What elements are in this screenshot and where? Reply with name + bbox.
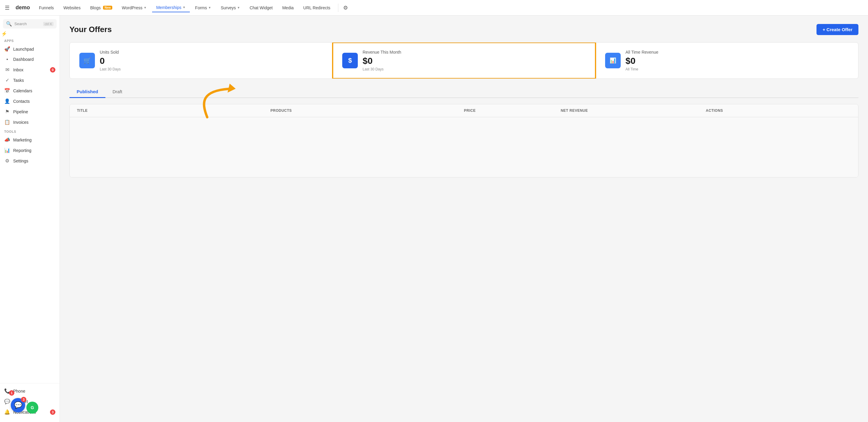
revenue-month-icon: $ — [342, 53, 358, 68]
revenue-month-label: Revenue This Month — [363, 50, 401, 55]
sidebar-item-settings[interactable]: ⚙ Settings — [0, 156, 60, 166]
contacts-icon: 👤 — [4, 98, 10, 104]
units-sold-sub: Last 30 Days — [100, 67, 121, 71]
surveys-chevron: ▼ — [237, 6, 240, 9]
notifications-badge: 3 — [50, 410, 55, 415]
support-icon: 💬 — [4, 399, 10, 404]
inbox-label: Inbox — [13, 67, 47, 72]
body-layout: 🔍 Search ctrl K ⚡ Apps 🚀 Launchpad ▪ Das… — [0, 16, 868, 422]
sidebar-item-tasks[interactable]: ✓ Tasks — [0, 75, 60, 85]
stat-card-revenue-month: $ Revenue This Month $0 Last 30 Days — [333, 43, 595, 79]
sidebar-bottom: 📞 Phone 💬 Support 🔔 Notifications 3 — [0, 383, 60, 420]
pipeline-icon: ⚑ — [4, 109, 10, 114]
page-title: Your Offers — [69, 25, 112, 34]
all-time-info: All Time Revenue $0 All Time — [625, 50, 658, 71]
sidebar-search[interactable]: 🔍 Search ctrl K — [3, 19, 57, 28]
settings-gear-icon[interactable]: ⚙ — [343, 4, 348, 11]
invoices-icon: 📋 — [4, 119, 10, 125]
nav-divider — [338, 4, 338, 12]
all-time-value: $0 — [625, 56, 658, 66]
revenue-month-value: $0 — [363, 56, 401, 66]
nav-item-forms[interactable]: Forms ▼ — [191, 4, 216, 12]
tab-draft[interactable]: Draft — [105, 86, 130, 98]
sidebar-item-inbox[interactable]: ✉ Inbox 0 — [0, 64, 60, 75]
app-logo: demo — [16, 4, 30, 11]
nav-item-url-redirects[interactable]: URL Redirects — [299, 4, 335, 12]
contacts-label: Contacts — [13, 99, 55, 104]
main-content: Your Offers + Create Offer 🛒 Units Sold … — [60, 16, 868, 422]
stats-row: 🛒 Units Sold 0 Last 30 Days $ Revenue Th… — [69, 42, 859, 79]
tools-section-label: Tools — [0, 128, 60, 135]
chat-widget-button[interactable]: 💬 3 — [11, 398, 25, 413]
phone-label: Phone — [13, 389, 55, 394]
table-header: TITLE PRODUCTS PRICE NET REVENUE ACTIONS — [70, 104, 858, 117]
units-sold-info: Units Sold 0 Last 30 Days — [100, 50, 121, 71]
launchpad-icon: 🚀 — [4, 46, 10, 52]
col-net-revenue: NET REVENUE — [561, 109, 706, 113]
sidebar-item-launchpad[interactable]: 🚀 Launchpad — [0, 44, 60, 54]
sidebar-item-phone[interactable]: 📞 Phone — [0, 386, 60, 396]
tabs: Published Draft — [69, 86, 859, 98]
pipeline-label: Pipeline — [13, 109, 55, 114]
blogs-new-badge: New — [103, 6, 112, 9]
settings-icon: ⚙ — [4, 158, 10, 164]
launchpad-label: Launchpad — [13, 47, 55, 52]
sidebar-item-pipeline[interactable]: ⚑ Pipeline — [0, 106, 60, 117]
nav-item-websites[interactable]: Websites — [59, 4, 85, 12]
all-time-sub: All Time — [625, 67, 658, 71]
settings-label: Settings — [13, 159, 55, 163]
tasks-icon: ✓ — [4, 77, 10, 83]
search-shortcut: ctrl K — [43, 22, 54, 26]
inbox-badge: 0 — [50, 67, 55, 73]
col-price: PRICE — [464, 109, 561, 113]
revenue-month-info: Revenue This Month $0 Last 30 Days — [363, 50, 401, 71]
wordpress-chevron: ▼ — [144, 6, 147, 9]
nav-item-memberships[interactable]: Memberships ▼ — [152, 3, 190, 12]
chat-badge: 3 — [21, 397, 26, 402]
invoices-label: Invoices — [13, 120, 55, 125]
offers-table: TITLE PRODUCTS PRICE NET REVENUE ACTIONS — [69, 104, 859, 177]
top-nav: ☰ demo Funnels Websites Blogs New WordPr… — [0, 0, 868, 16]
sidebar-item-contacts[interactable]: 👤 Contacts — [0, 96, 60, 106]
dashboard-label: Dashboard — [13, 57, 55, 62]
user-avatar[interactable]: G — [26, 402, 38, 414]
col-actions: ACTIONS — [706, 109, 851, 113]
inbox-icon: ✉ — [4, 67, 10, 73]
revenue-month-sub: Last 30 Days — [363, 67, 401, 71]
nav-item-surveys[interactable]: Surveys ▼ — [216, 4, 244, 12]
col-title: TITLE — [77, 109, 270, 113]
dashboard-icon: ▪ — [4, 57, 10, 62]
sidebar-item-invoices[interactable]: 📋 Invoices — [0, 117, 60, 128]
col-products: PRODUCTS — [270, 109, 464, 113]
hamburger-icon[interactable]: ☰ — [5, 4, 9, 11]
nav-item-blogs[interactable]: Blogs New — [86, 4, 117, 12]
nav-item-wordpress[interactable]: WordPress ▼ — [118, 4, 151, 12]
units-sold-value: 0 — [100, 56, 121, 66]
stat-card-all-time: 📊 All Time Revenue $0 All Time — [595, 43, 858, 79]
tasks-label: Tasks — [13, 78, 55, 83]
nav-item-media[interactable]: Media — [278, 4, 298, 12]
forms-chevron: ▼ — [208, 6, 211, 9]
bolt-icon[interactable]: ⚡ — [1, 31, 60, 36]
search-icon: 🔍 — [6, 21, 12, 27]
notifications-icon: 🔔 — [4, 409, 10, 415]
memberships-chevron: ▼ — [183, 6, 186, 9]
tab-published[interactable]: Published — [69, 86, 105, 98]
create-offer-button[interactable]: + Create Offer — [816, 24, 859, 35]
units-sold-icon: 🛒 — [79, 53, 95, 68]
all-time-label: All Time Revenue — [625, 50, 658, 55]
sidebar: 🔍 Search ctrl K ⚡ Apps 🚀 Launchpad ▪ Das… — [0, 16, 60, 422]
sidebar-item-calendars[interactable]: 📅 Calendars — [0, 85, 60, 96]
calendars-label: Calendars — [13, 88, 55, 93]
sidebar-item-reporting[interactable]: 📊 Reporting — [0, 145, 60, 156]
apps-section-label: Apps — [0, 36, 60, 44]
table-body — [70, 117, 858, 177]
reporting-icon: 📊 — [4, 147, 10, 153]
nav-item-chat-widget[interactable]: Chat Widget — [246, 4, 277, 12]
sidebar-item-marketing[interactable]: 📣 Marketing — [0, 135, 60, 145]
calendars-icon: 📅 — [4, 88, 10, 93]
nav-item-funnels[interactable]: Funnels — [35, 4, 58, 12]
sidebar-notification-badge: 1 — [9, 390, 14, 396]
sidebar-item-dashboard[interactable]: ▪ Dashboard — [0, 54, 60, 64]
page-header: Your Offers + Create Offer — [69, 24, 859, 35]
